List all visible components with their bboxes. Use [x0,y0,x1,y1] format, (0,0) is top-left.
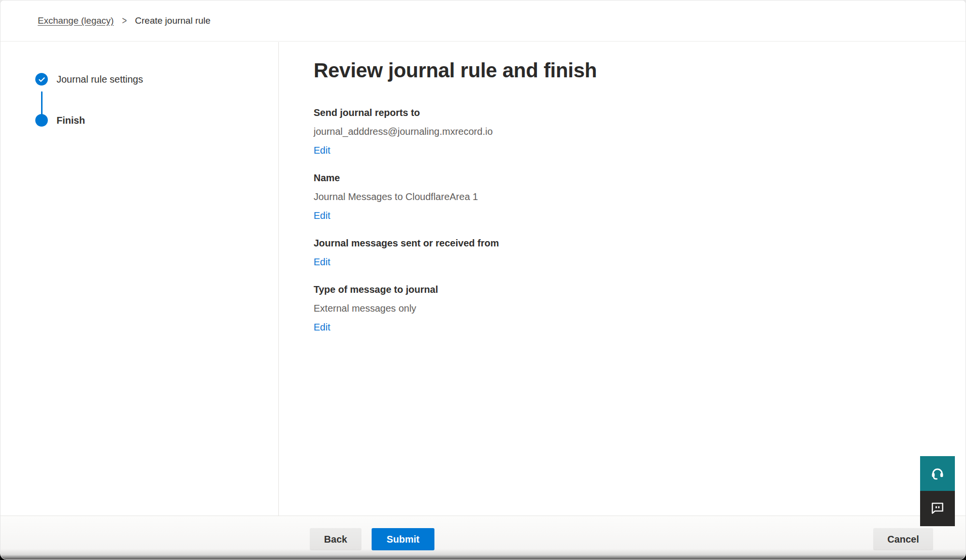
section-journal-messages-sent-or-received: Journal messages sent or received from E… [314,236,937,269]
rule-name-value: Journal Messages to CloudflareArea 1 [314,190,937,203]
wizard-steps-sidebar: Journal rule settings Finish [0,42,279,516]
journal-report-address-value: journal_adddress@journaling.mxrecord.io [314,125,937,138]
breadcrumb-current-page: Create journal rule [135,15,210,26]
section-type-of-message: Type of message to journal External mess… [314,283,937,334]
feedback-icon [930,500,945,517]
section-label: Send journal reports to [314,106,937,119]
exchange-admin-window: Exchange (legacy) > Create journal rule … [0,0,966,560]
section-label: Name [314,171,937,185]
step-label: Journal rule settings [57,74,143,85]
edit-message-type-link[interactable]: Edit [314,320,330,334]
filled-dot-icon [35,114,48,127]
feedback-button[interactable] [920,491,955,526]
chevron-right-icon: > [122,14,127,28]
back-button[interactable]: Back [310,528,361,550]
check-icon [35,73,48,86]
section-send-journal-reports-to: Send journal reports to journal_adddress… [314,106,937,157]
review-panel: Review journal rule and finish Send jour… [279,42,966,516]
message-type-value: External messages only [314,302,937,315]
submit-button[interactable]: Submit [372,528,434,550]
page-title: Review journal rule and finish [314,58,937,83]
wizard-step-journal-rule-settings[interactable]: Journal rule settings [35,73,143,86]
section-label: Type of message to journal [314,283,937,296]
footer-action-bar: Back Submit Cancel [0,516,966,560]
breadcrumb-exchange-legacy-link[interactable]: Exchange (legacy) [38,15,114,26]
breadcrumb: Exchange (legacy) > Create journal rule [0,0,966,42]
review-sections: Send journal reports to journal_adddress… [314,106,937,334]
section-name: Name Journal Messages to CloudflareArea … [314,171,937,222]
edit-scope-link[interactable]: Edit [314,255,330,269]
headset-icon [930,465,945,482]
wizard-step-finish[interactable]: Finish [35,114,85,127]
edit-name-link[interactable]: Edit [314,209,330,222]
side-widgets [920,456,955,526]
step-label: Finish [57,115,85,126]
cancel-button[interactable]: Cancel [873,528,933,550]
help-button[interactable] [920,456,955,491]
section-label: Journal messages sent or received from [314,236,937,250]
edit-send-journal-reports-link[interactable]: Edit [314,144,330,157]
